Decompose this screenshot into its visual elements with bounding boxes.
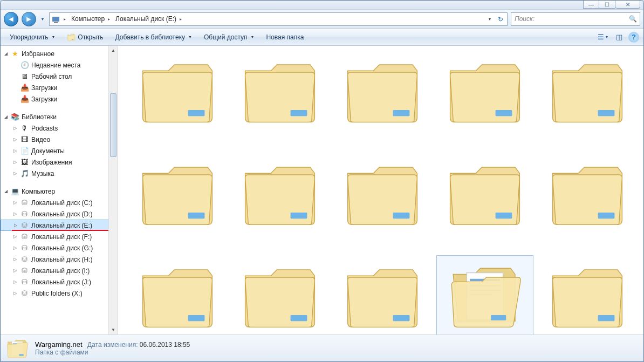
selected-type: Папка с файлами xyxy=(35,349,190,356)
breadcrumb-root[interactable]: ▸ xyxy=(50,13,70,25)
drive-item[interactable]: ▷⛁Локальный диск (F:) xyxy=(1,231,118,242)
folder-item[interactable] xyxy=(231,153,328,250)
address-dropdown[interactable]: ▾ xyxy=(485,14,494,25)
tree-label: Изображения xyxy=(31,159,72,166)
downloads-icon: 📥 xyxy=(20,94,29,104)
folder-icon xyxy=(140,258,215,334)
add-to-library-button[interactable]: Добавить в библиотеку▼ xyxy=(111,31,197,44)
folder-item[interactable] xyxy=(334,255,431,334)
folder-item[interactable] xyxy=(539,50,636,147)
expand-icon[interactable]: ▷ xyxy=(12,257,17,262)
drive-item[interactable]: ▷⛁Локальный диск (E:) xyxy=(1,220,118,231)
drive-item[interactable]: ▷⛁Локальный диск (I:) xyxy=(1,265,118,276)
expand-icon[interactable]: ▷ xyxy=(12,291,17,296)
folder-item[interactable] xyxy=(334,153,431,250)
expand-icon[interactable]: ▷ xyxy=(12,234,17,239)
tree-item[interactable]: ▷🎞Видео xyxy=(1,134,118,145)
expand-icon[interactable]: ▷ xyxy=(12,148,17,153)
scroll-up-button[interactable]: ▲ xyxy=(109,46,118,55)
drive-item[interactable]: ▷⛁Локальный диск (H:) xyxy=(1,254,118,265)
expand-icon[interactable]: ▷ xyxy=(12,200,17,205)
share-button[interactable]: Общий доступ▼ xyxy=(199,31,259,44)
command-bar: Упорядочить▼ Открыть Добавить в библиоте… xyxy=(1,29,643,46)
collapse-icon[interactable]: ◢ xyxy=(3,51,8,56)
expand-icon[interactable]: ▷ xyxy=(12,126,17,131)
folder-open-icon xyxy=(6,337,29,360)
computer-root[interactable]: ◢ 💻 Компьютер xyxy=(1,186,118,197)
scroll-down-button[interactable]: ▼ xyxy=(109,325,118,334)
organize-button[interactable]: Упорядочить▼ xyxy=(5,31,60,44)
expand-icon[interactable]: ▷ xyxy=(12,279,17,284)
collapse-icon[interactable]: ◢ xyxy=(3,189,8,194)
folder-item[interactable] xyxy=(436,50,533,147)
expand-icon[interactable]: ▷ xyxy=(12,137,17,142)
tree-item[interactable]: 🖥Рабочий стол xyxy=(1,71,118,82)
folder-icon xyxy=(242,258,318,334)
drive-item[interactable]: ▷⛁Локальный диск (C:) xyxy=(1,197,118,208)
breadcrumb-label: Локальный диск (E:) xyxy=(115,15,176,23)
folder-icon xyxy=(345,258,420,334)
folder-item[interactable] xyxy=(231,50,328,147)
folder-item[interactable] xyxy=(539,255,636,334)
search-input[interactable]: Поиск: 🔍 xyxy=(511,12,640,26)
chevron-down-icon: ▼ xyxy=(51,35,55,39)
folder-item[interactable] xyxy=(334,50,431,147)
libraries-root[interactable]: ◢ 📚 Библиотеки xyxy=(1,111,118,122)
tree-item[interactable]: 📥Загрузки xyxy=(1,82,118,93)
drive-icon: ⛁ xyxy=(20,232,29,241)
drive-item[interactable]: ▷⛁Public folders (X:) xyxy=(1,288,118,299)
sidebar-scrollbar[interactable]: ▲ ▼ xyxy=(108,46,118,334)
expand-icon[interactable]: ▷ xyxy=(12,171,17,176)
back-button[interactable]: ◄ xyxy=(4,12,18,26)
expand-icon[interactable]: ▷ xyxy=(12,268,17,273)
tree-item[interactable]: ▷📄Документы xyxy=(1,145,118,156)
maximize-button[interactable]: ☐ xyxy=(599,0,615,9)
refresh-button[interactable]: ↻ xyxy=(495,14,506,25)
tree-item[interactable]: ▷🎵Музыка xyxy=(1,168,118,179)
close-button[interactable]: ✕ xyxy=(615,0,640,9)
chevron-right-icon: ▸ xyxy=(61,17,68,22)
computer-group: ◢ 💻 Компьютер ▷⛁Локальный диск (C:)▷⛁Лок… xyxy=(1,186,118,299)
view-mode-button[interactable]: ☰▼ xyxy=(596,31,610,43)
address-bar[interactable]: ▸ Компьютер ▸ Локальный диск (E:) ▸ ▾ ↻ xyxy=(49,12,508,26)
titlebar[interactable]: — ☐ ✕ xyxy=(1,1,643,10)
preview-pane-button[interactable]: ◫ xyxy=(612,31,626,43)
expand-icon[interactable]: ▷ xyxy=(12,160,17,165)
favorites-root[interactable]: ◢ ★ Избранное xyxy=(1,48,118,59)
chevron-right-icon: ▸ xyxy=(177,17,184,22)
folder-item[interactable]: Wargaming.net xyxy=(436,255,533,334)
minimize-button[interactable]: — xyxy=(583,0,599,9)
computer-icon: 💻 xyxy=(10,187,19,196)
video-icon: 🎞 xyxy=(20,135,29,144)
star-icon: ★ xyxy=(10,49,19,58)
drive-item[interactable]: ▷⛁Локальный диск (J:) xyxy=(1,276,118,288)
expand-icon[interactable]: ▷ xyxy=(13,223,18,228)
help-button[interactable]: ? xyxy=(628,32,639,43)
folder-item[interactable] xyxy=(231,255,328,334)
folder-item[interactable] xyxy=(539,153,636,250)
tree-item[interactable]: 📥Загрузки xyxy=(1,93,118,105)
expand-icon[interactable]: ▷ xyxy=(12,245,17,250)
folder-item[interactable] xyxy=(436,153,533,250)
new-folder-button[interactable]: Новая папка xyxy=(262,31,309,44)
tree-item[interactable]: ▷🎙Podcasts xyxy=(1,122,118,134)
drive-item[interactable]: ▷⛁Локальный диск (G:) xyxy=(1,242,118,254)
tree-item[interactable]: ▷🖼Изображения xyxy=(1,156,118,168)
search-icon[interactable]: 🔍 xyxy=(629,15,637,23)
file-list[interactable]: Wargaming.net xyxy=(118,46,643,334)
scroll-thumb[interactable] xyxy=(110,93,117,157)
forward-button[interactable]: ► xyxy=(22,12,36,26)
drive-item[interactable]: ▷⛁Локальный диск (D:) xyxy=(1,208,118,220)
folder-item[interactable] xyxy=(129,153,226,250)
tree-item[interactable]: 🕘Недавние места xyxy=(1,59,118,71)
folder-item[interactable] xyxy=(129,255,226,334)
folder-item[interactable] xyxy=(129,50,226,147)
expand-icon[interactable]: ▷ xyxy=(12,211,17,216)
breadcrumb-computer[interactable]: Компьютер ▸ xyxy=(70,13,114,25)
collapse-icon[interactable]: ◢ xyxy=(3,114,8,119)
folder-icon xyxy=(140,156,215,231)
drive-icon: ⛁ xyxy=(20,198,29,207)
history-dropdown[interactable]: ▼ xyxy=(39,13,46,24)
breadcrumb-drive[interactable]: Локальный диск (E:) ▸ xyxy=(114,13,186,25)
open-button[interactable]: Открыть xyxy=(62,31,108,44)
